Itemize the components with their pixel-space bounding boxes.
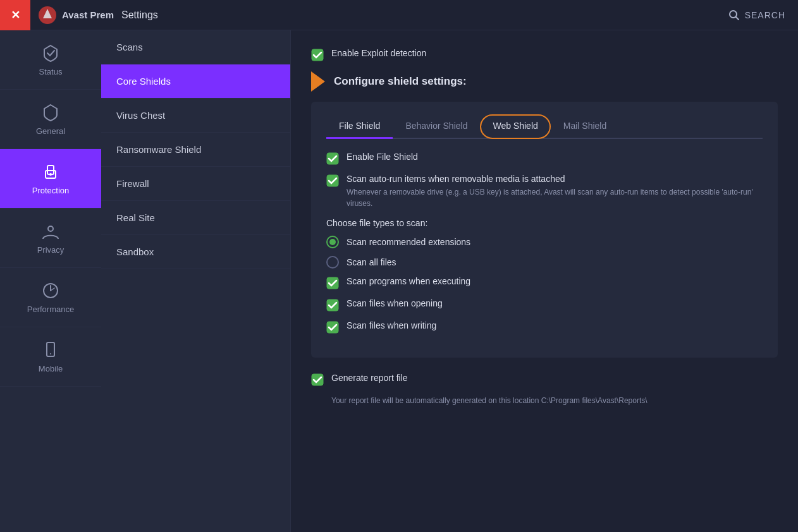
status-icon xyxy=(40,43,61,63)
shield-settings-box: File Shield Behavior Shield Web Shield M… xyxy=(311,102,778,358)
scan-executing-checkbox[interactable] xyxy=(326,277,339,289)
menu-item-core-shields[interactable]: Core Shields xyxy=(101,64,290,99)
performance-label: Performance xyxy=(27,305,74,314)
mobile-label: Mobile xyxy=(39,364,63,373)
scan-opening-label: Scan files when opening xyxy=(347,298,443,308)
scan-executing-label: Scan programs when executing xyxy=(347,276,470,286)
sidebar-item-protection[interactable]: Protection xyxy=(0,149,101,209)
scan-opening-checkbox[interactable] xyxy=(326,299,339,311)
sidebar-item-status[interactable]: Status xyxy=(0,30,101,90)
menu-sidebar: Scans Core Shields Virus Chest Ransomwar… xyxy=(101,30,291,532)
close-icon: ✕ xyxy=(11,8,20,22)
avast-logo-icon xyxy=(38,6,57,25)
scan-executing-row: Scan programs when executing xyxy=(326,276,763,289)
tabs-row: File Shield Behavior Shield Web Shield M… xyxy=(326,114,763,139)
privacy-icon xyxy=(40,221,61,241)
status-label: Status xyxy=(39,67,63,76)
titlebar: ✕ Avast Prem Settings SEARCH xyxy=(0,0,798,30)
icon-nav: Status General Protection Privacy xyxy=(0,30,101,532)
menu-item-virus-chest[interactable]: Virus Chest xyxy=(101,99,290,133)
menu-item-scans[interactable]: Scans xyxy=(101,30,290,64)
enable-file-shield-label: Enable File Shield xyxy=(347,152,418,162)
app-logo: Avast Prem xyxy=(30,6,121,25)
tab-web-shield[interactable]: Web Shield xyxy=(480,114,550,139)
choose-file-types-label: Choose file types to scan: xyxy=(326,218,763,228)
generate-report-label: Generate report file xyxy=(331,373,408,383)
close-button[interactable]: ✕ xyxy=(0,0,30,30)
main-layout: Status General Protection Privacy xyxy=(0,30,798,532)
scan-writing-checkbox[interactable] xyxy=(326,321,339,334)
search-icon xyxy=(728,9,740,21)
scan-autorun-label: Scan auto-run items when removable media… xyxy=(347,174,763,184)
svg-point-15 xyxy=(327,257,338,268)
menu-item-firewall[interactable]: Firewall xyxy=(101,167,290,201)
mobile-icon xyxy=(40,340,61,360)
generate-report-checkbox[interactable] xyxy=(311,373,324,386)
sidebar-item-privacy[interactable]: Privacy xyxy=(0,209,101,268)
content-area: Enable Exploit detection Configure shiel… xyxy=(291,30,798,532)
exploit-detection-label: Enable Exploit detection xyxy=(331,48,426,58)
enable-file-shield-row: Enable File Shield xyxy=(326,152,763,165)
report-section: Generate report file Your report file wi… xyxy=(311,373,778,406)
protection-label: Protection xyxy=(32,186,70,195)
scan-autorun-sublabel: Whenever a removable drive (e.g. a USB k… xyxy=(347,186,763,209)
tab-file-shield[interactable]: File Shield xyxy=(326,114,393,139)
search-button[interactable]: SEARCH xyxy=(716,9,798,21)
window-title: Settings xyxy=(121,9,716,21)
scan-autorun-row: Scan auto-run items when removable media… xyxy=(326,174,763,209)
menu-item-real-site[interactable]: Real Site xyxy=(101,201,290,235)
exploit-detection-row: Enable Exploit detection xyxy=(311,48,778,61)
scan-writing-label: Scan files when writing xyxy=(347,320,436,330)
radio-recommended-label: Scan recommended extensions xyxy=(347,237,470,247)
app-name: Avast Prem xyxy=(62,9,114,20)
sidebar-item-performance[interactable]: Performance xyxy=(0,268,101,327)
radio-all-files-row: Scan all files xyxy=(326,256,763,269)
radio-all-files-label: Scan all files xyxy=(347,257,396,267)
configure-label: Configure shield settings: xyxy=(334,75,467,88)
protection-icon xyxy=(40,162,61,182)
scan-writing-row: Scan files when writing xyxy=(326,320,763,334)
exploit-detection-checkbox[interactable] xyxy=(311,49,324,61)
menu-item-sandbox[interactable]: Sandbox xyxy=(101,235,290,269)
radio-all-files[interactable] xyxy=(326,256,339,269)
configure-row: Configure shield settings: xyxy=(311,71,778,92)
search-label: SEARCH xyxy=(745,10,785,20)
svg-point-6 xyxy=(48,226,53,231)
radio-recommended-row: Scan recommended extensions xyxy=(326,236,763,248)
general-icon xyxy=(40,102,61,123)
sidebar-item-general[interactable]: General xyxy=(0,90,101,149)
svg-point-9 xyxy=(50,353,51,354)
performance-icon xyxy=(40,281,61,301)
menu-item-ransomware-shield[interactable]: Ransomware Shield xyxy=(101,133,290,167)
scan-opening-row: Scan files when opening xyxy=(326,298,763,311)
generate-report-row: Generate report file xyxy=(311,373,778,386)
report-sublabel: Your report file will be automatically g… xyxy=(331,395,778,406)
enable-file-shield-checkbox[interactable] xyxy=(326,152,339,165)
radio-recommended[interactable] xyxy=(326,236,339,248)
svg-point-5 xyxy=(49,173,52,176)
tab-mail-shield[interactable]: Mail Shield xyxy=(551,114,619,139)
tab-behavior-shield[interactable]: Behavior Shield xyxy=(393,114,480,139)
orange-arrow-icon xyxy=(311,71,325,92)
sidebar-item-mobile[interactable]: Mobile xyxy=(0,327,101,387)
scan-autorun-checkbox[interactable] xyxy=(326,174,339,187)
privacy-label: Privacy xyxy=(37,245,64,255)
svg-line-2 xyxy=(735,16,739,20)
general-label: General xyxy=(36,126,65,136)
svg-point-14 xyxy=(329,239,336,245)
